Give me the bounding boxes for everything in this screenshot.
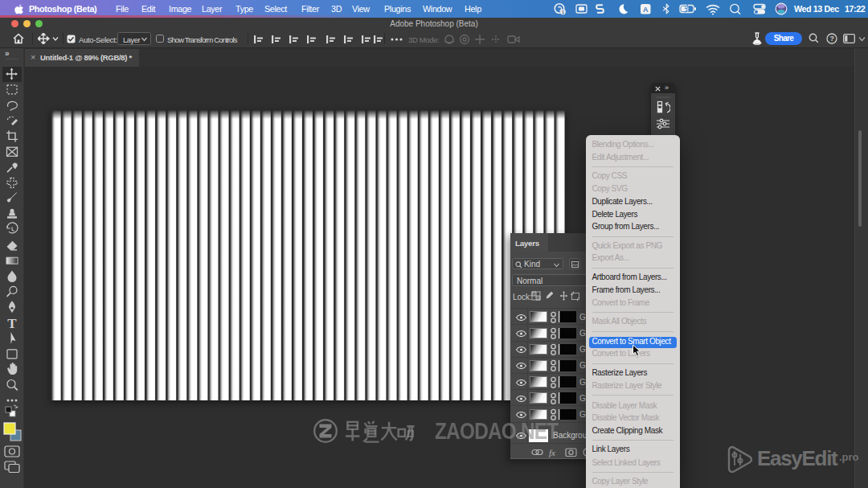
svg-text:T: T	[7, 316, 17, 331]
svg-text:?: ?	[830, 35, 834, 43]
svg-text:1: 1	[562, 10, 564, 14]
svg-text:fx: fx	[549, 448, 555, 457]
svg-text:A: A	[643, 6, 649, 14]
